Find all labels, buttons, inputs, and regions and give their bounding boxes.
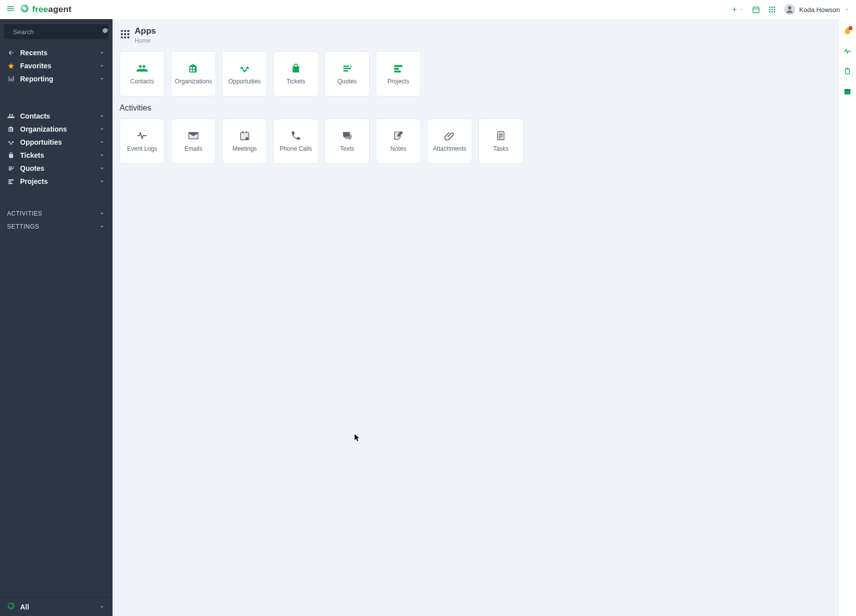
activity-card-label: Tasks <box>493 145 509 152</box>
organizations-icon <box>188 63 199 74</box>
back-icon <box>7 49 15 57</box>
quote-icon <box>7 164 15 172</box>
search-settings-icon[interactable] <box>101 27 109 36</box>
right-rail <box>838 19 856 616</box>
activity-card-label: Notes <box>390 145 406 152</box>
app-card-quotes[interactable]: Quotes <box>325 51 370 96</box>
app-card-organizations[interactable]: Organizations <box>171 51 216 96</box>
app-card-contacts[interactable]: Contacts <box>120 51 165 96</box>
chevron-down-icon <box>844 7 850 13</box>
sidebar-group-label: SETTINGS <box>7 223 39 230</box>
app-card-label: Contacts <box>130 78 154 85</box>
user-menu[interactable]: Koda Howson <box>784 4 850 15</box>
main-area: Apps Home Contacts Organizations <box>113 19 856 616</box>
emails-icon <box>188 130 199 141</box>
texts-icon <box>342 130 353 141</box>
activity-card-attachments[interactable]: Attachments <box>427 119 472 164</box>
projects-icon <box>7 177 15 185</box>
sidebar-item-recents[interactable]: Recents <box>0 46 113 59</box>
activity-card-event-logs[interactable]: Event Logs <box>120 119 165 164</box>
sidebar-item-label: Recents <box>20 49 47 57</box>
activity-card-tasks[interactable]: Tasks <box>478 119 523 164</box>
hamburger-icon[interactable] <box>6 4 15 15</box>
star-icon <box>7 62 15 70</box>
activity-card-texts[interactable]: Texts <box>325 119 370 164</box>
app-card-label: Opportuities <box>229 78 261 85</box>
quote-icon <box>342 63 353 74</box>
activity-card-phone-calls[interactable]: Phone Calls <box>273 119 318 164</box>
chevron-down-icon <box>98 49 105 56</box>
header-apps-icon[interactable] <box>768 6 776 14</box>
apps-grid: Contacts Organizations Opportuities Tick… <box>120 51 831 96</box>
brand-name: freeagent <box>32 5 71 15</box>
sidebar-group-activities[interactable]: ACTIVITIES <box>0 207 113 220</box>
notifications-icon[interactable] <box>843 27 851 37</box>
sidebar-item-label: Favorites <box>20 62 51 70</box>
sidebar-item-label: Organizations <box>20 125 67 133</box>
breadcrumb: Home <box>135 37 156 44</box>
sidebar-item-tickets[interactable]: Tickets <box>0 149 113 162</box>
header-calendar-icon[interactable] <box>752 6 760 14</box>
sidebar-search[interactable] <box>4 24 109 39</box>
activity-icon[interactable] <box>843 47 851 57</box>
sidebar-item-label: Reporting <box>20 75 53 83</box>
chevron-down-icon <box>98 178 105 185</box>
app-card-opportunities[interactable]: Opportuities <box>222 51 267 96</box>
sidebar-group-settings[interactable]: SETTINGS <box>0 220 113 233</box>
tasks-icon <box>495 130 506 141</box>
brand-swirl-icon <box>20 4 29 15</box>
sidebar: Recents Favorites Reporting <box>0 19 113 616</box>
chevron-down-icon <box>98 139 105 146</box>
chevron-down-icon <box>98 603 105 610</box>
sidebar-item-label: Opportuities <box>20 138 62 146</box>
handshake-icon <box>239 63 250 74</box>
chevron-down-icon <box>98 75 105 82</box>
sidebar-item-label: Projects <box>20 177 48 185</box>
brand-logo[interactable]: freeagent <box>20 4 71 15</box>
app-card-projects[interactable]: Projects <box>376 51 421 96</box>
search-input[interactable] <box>13 28 97 36</box>
activity-card-emails[interactable]: Emails <box>171 119 216 164</box>
activity-card-notes[interactable]: Notes <box>376 119 421 164</box>
sidebar-item-organizations[interactable]: Organizations <box>0 123 113 136</box>
sidebar-footer-all[interactable]: All <box>0 597 113 616</box>
app-header: freeagent Koda Howson <box>0 0 856 19</box>
notification-dot <box>848 26 852 30</box>
avatar <box>784 4 795 15</box>
activity-card-label: Emails <box>184 145 202 152</box>
sidebar-item-reporting[interactable]: Reporting <box>0 72 113 85</box>
clipboard-icon[interactable] <box>843 67 851 77</box>
notes-icon <box>393 130 404 141</box>
chevron-down-icon <box>98 165 105 172</box>
sidebar-item-label: Quotes <box>20 164 44 172</box>
chevron-down-icon <box>98 210 105 217</box>
sidebar-item-contacts[interactable]: Contacts <box>0 110 113 123</box>
app-card-label: Projects <box>387 78 409 85</box>
calendar-icon[interactable] <box>843 87 851 97</box>
sidebar-footer-label: All <box>20 603 29 611</box>
page-title: Apps <box>135 26 156 36</box>
sidebar-item-opportunities[interactable]: Opportuities <box>0 136 113 149</box>
chevron-down-icon <box>98 113 105 120</box>
contacts-icon <box>137 63 148 74</box>
sidebar-item-projects[interactable]: Projects <box>0 175 113 188</box>
ticket-icon <box>290 63 301 74</box>
activity-card-label: Phone Calls <box>280 145 312 152</box>
add-button[interactable] <box>731 6 744 13</box>
chevron-down-icon <box>98 223 105 230</box>
activity-card-meetings[interactable]: Meetings <box>222 119 267 164</box>
app-card-tickets[interactable]: Tickets <box>273 51 318 96</box>
app-card-label: Tickets <box>286 78 305 85</box>
handshake-icon <box>7 138 15 146</box>
chevron-down-icon <box>98 62 105 69</box>
sidebar-item-favorites[interactable]: Favorites <box>0 59 113 72</box>
activity-card-label: Attachments <box>433 145 467 152</box>
activities-header: Activities <box>120 104 831 113</box>
chevron-down-icon <box>98 152 105 159</box>
sidebar-item-label: Contacts <box>20 112 50 120</box>
chart-icon <box>7 75 15 83</box>
sidebar-item-quotes[interactable]: Quotes <box>0 162 113 175</box>
activity-card-label: Texts <box>340 145 354 152</box>
activities-grid: Event Logs Emails Meetings Phone Calls <box>120 119 831 164</box>
apps-grid-icon <box>120 29 131 42</box>
